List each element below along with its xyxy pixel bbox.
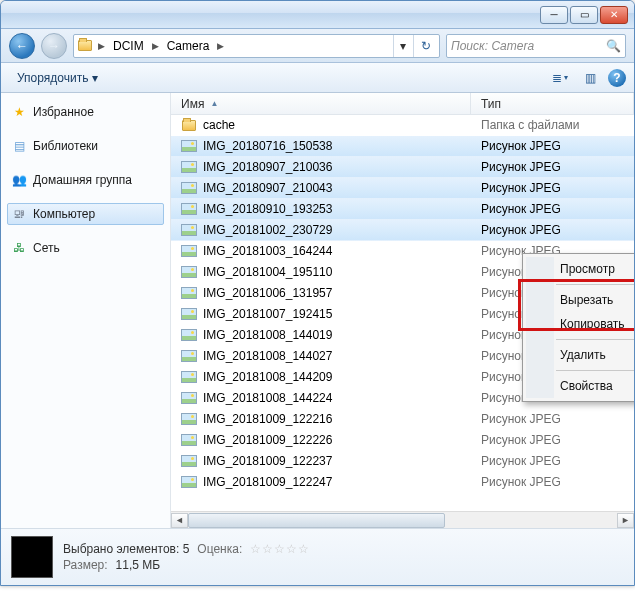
preview-icon: ▥ xyxy=(585,71,596,85)
size-value: 11,5 МБ xyxy=(116,558,161,572)
sidebar-item-computer[interactable]: 🖳 Компьютер xyxy=(7,203,164,225)
chevron-right-icon[interactable]: ▶ xyxy=(96,41,107,51)
arrow-left-icon: ← xyxy=(16,39,28,53)
image-icon xyxy=(181,391,197,405)
file-name-cell: cache xyxy=(171,118,471,132)
search-input[interactable]: Поиск: Camera 🔍 xyxy=(446,34,626,58)
file-row[interactable]: IMG_20181009_122237Рисунок JPEG xyxy=(171,451,634,472)
column-header-name[interactable]: Имя ▲ xyxy=(171,93,471,114)
file-row[interactable]: cacheПапка с файлами xyxy=(171,115,634,136)
file-name-label: IMG_20181002_230729 xyxy=(203,223,332,237)
file-name-label: cache xyxy=(203,118,235,132)
file-name-cell: IMG_20181008_144027 xyxy=(171,349,471,363)
computer-icon: 🖳 xyxy=(11,206,27,222)
preview-pane-button[interactable]: ▥ xyxy=(578,67,602,89)
file-name-label: IMG_20181003_164244 xyxy=(203,244,332,258)
file-row[interactable]: IMG_20180907_210043Рисунок JPEG xyxy=(171,178,634,199)
file-name-label: IMG_20181008_144019 xyxy=(203,328,332,342)
horizontal-scrollbar[interactable]: ◄ ► xyxy=(171,511,634,528)
column-header-type[interactable]: Тип xyxy=(471,93,634,114)
chevron-down-icon: ▾ xyxy=(564,73,568,82)
context-menu-copy[interactable]: Копировать xyxy=(554,312,635,336)
network-icon: 🖧 xyxy=(11,240,27,256)
scroll-right-button[interactable]: ► xyxy=(617,513,634,528)
toolbar-right: ≣▾ ▥ ? xyxy=(548,67,626,89)
breadcrumb-seg-camera[interactable]: Camera xyxy=(163,37,214,55)
file-name-cell: IMG_20180910_193253 xyxy=(171,202,471,216)
column-label: Тип xyxy=(481,97,501,111)
thumbnail-preview xyxy=(11,536,53,578)
scroll-track[interactable] xyxy=(188,513,617,528)
file-type-cell: Рисунок JPEG xyxy=(471,412,634,426)
image-icon xyxy=(181,412,197,426)
context-menu-view[interactable]: Просмотр xyxy=(554,257,635,281)
close-button[interactable]: ✕ xyxy=(600,6,628,24)
sidebar-label: Компьютер xyxy=(33,207,95,221)
titlebar: ─ ▭ ✕ xyxy=(1,1,634,29)
image-icon xyxy=(181,160,197,174)
file-type-cell: Рисунок JPEG xyxy=(471,202,634,216)
file-name-cell: IMG_20180907_210036 xyxy=(171,160,471,174)
organize-button[interactable]: Упорядочить ▾ xyxy=(9,67,106,89)
file-name-cell: IMG_20181008_144209 xyxy=(171,370,471,384)
context-menu-properties[interactable]: Свойства xyxy=(554,374,635,398)
file-row[interactable]: IMG_20181002_230729Рисунок JPEG xyxy=(171,220,634,241)
main-area: ★ Избранное ▤ Библиотеки 👥 Домашняя груп… xyxy=(1,93,634,529)
size-label: Размер: xyxy=(63,558,108,572)
forward-button[interactable]: → xyxy=(41,33,67,59)
rating-stars[interactable]: ☆☆☆☆☆ xyxy=(250,542,310,556)
file-row[interactable]: IMG_20180907_210036Рисунок JPEG xyxy=(171,157,634,178)
file-row[interactable]: IMG_20180716_150538Рисунок JPEG xyxy=(171,136,634,157)
maximize-button[interactable]: ▭ xyxy=(570,6,598,24)
sidebar-item-network[interactable]: 🖧 Сеть xyxy=(7,237,164,259)
breadcrumb[interactable]: ▶ DCIM ▶ Camera ▶ ▾ ↻ xyxy=(73,34,440,58)
breadcrumb-dropdown[interactable]: ▾ xyxy=(393,35,411,57)
file-name-cell: IMG_20181003_164244 xyxy=(171,244,471,258)
address-bar: ← → ▶ DCIM ▶ Camera ▶ ▾ ↻ Поиск: Camera … xyxy=(1,29,634,63)
back-button[interactable]: ← xyxy=(9,33,35,59)
file-type-cell: Рисунок JPEG xyxy=(471,139,634,153)
explorer-window: ─ ▭ ✕ ← → ▶ DCIM ▶ Camera ▶ ▾ ↻ Поиск: C… xyxy=(0,0,635,586)
toolbar: Упорядочить ▾ ≣▾ ▥ ? xyxy=(1,63,634,93)
image-icon xyxy=(181,223,197,237)
file-name-label: IMG_20180907_210036 xyxy=(203,160,332,174)
breadcrumb-seg-dcim[interactable]: DCIM xyxy=(109,37,148,55)
views-button[interactable]: ≣▾ xyxy=(548,67,572,89)
file-name-cell: IMG_20181009_122237 xyxy=(171,454,471,468)
scroll-left-button[interactable]: ◄ xyxy=(171,513,188,528)
sidebar-item-favorites[interactable]: ★ Избранное xyxy=(7,101,164,123)
folder-icon xyxy=(76,38,94,54)
image-icon xyxy=(181,433,197,447)
file-row[interactable]: IMG_20181009_122216Рисунок JPEG xyxy=(171,409,634,430)
file-row[interactable]: IMG_20181009_122247Рисунок JPEG xyxy=(171,472,634,493)
context-menu: Просмотр Вырезать Копировать Удалить Сво… xyxy=(522,253,635,402)
sidebar-item-homegroup[interactable]: 👥 Домашняя группа xyxy=(7,169,164,191)
sidebar-label: Избранное xyxy=(33,105,94,119)
image-icon xyxy=(181,244,197,258)
help-button[interactable]: ? xyxy=(608,69,626,87)
views-icon: ≣ xyxy=(552,71,562,85)
file-row[interactable]: IMG_20181009_122226Рисунок JPEG xyxy=(171,430,634,451)
file-row[interactable]: IMG_20180910_193253Рисунок JPEG xyxy=(171,199,634,220)
file-name-label: IMG_20181009_122237 xyxy=(203,454,332,468)
column-label: Имя xyxy=(181,97,204,111)
refresh-button[interactable]: ↻ xyxy=(413,35,437,57)
file-type-cell: Рисунок JPEG xyxy=(471,475,634,489)
file-name-label: IMG_20181009_122247 xyxy=(203,475,332,489)
organize-label: Упорядочить xyxy=(17,71,88,85)
library-icon: ▤ xyxy=(11,138,27,154)
file-type-cell: Папка с файлами xyxy=(471,118,634,132)
details-text: Выбрано элементов: 5 Оценка: ☆☆☆☆☆ Разме… xyxy=(63,542,310,572)
context-menu-delete[interactable]: Удалить xyxy=(554,343,635,367)
file-name-label: IMG_20181004_195110 xyxy=(203,265,332,279)
minimize-button[interactable]: ─ xyxy=(540,6,568,24)
chevron-right-icon[interactable]: ▶ xyxy=(150,41,161,51)
star-icon: ★ xyxy=(11,104,27,120)
sidebar-item-libraries[interactable]: ▤ Библиотеки xyxy=(7,135,164,157)
column-headers: Имя ▲ Тип xyxy=(171,93,634,115)
context-menu-cut[interactable]: Вырезать xyxy=(554,288,635,312)
chevron-right-icon[interactable]: ▶ xyxy=(215,41,226,51)
file-name-cell: IMG_20181008_144019 xyxy=(171,328,471,342)
scroll-thumb[interactable] xyxy=(188,513,445,528)
file-name-label: IMG_20181008_144027 xyxy=(203,349,332,363)
